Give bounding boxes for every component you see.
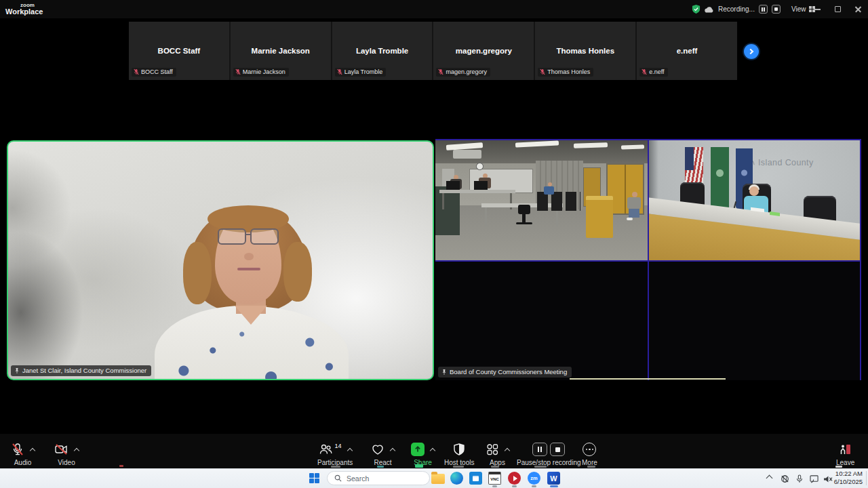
monitor [446,181,460,190]
pin-icon [441,369,447,375]
monitor [474,181,488,190]
video-menu-chevron[interactable] [74,447,79,453]
participant-tile[interactable]: magen.gregory magen.gregory [433,22,534,80]
chevron-right-icon [748,49,753,54]
muted-mic-icon [235,68,241,75]
network-globe-icon[interactable] [781,474,789,486]
word-app-icon[interactable]: W [547,472,560,485]
audio-button[interactable]: Audio [11,442,35,466]
host-tools-button[interactable]: Host tools [444,442,474,466]
microsoft-store-icon[interactable] [469,472,482,485]
island-county-wall-label: Island County [758,158,814,167]
react-button[interactable]: React [371,442,395,466]
close-button[interactable] [848,0,868,18]
start-button[interactable] [309,473,319,483]
more-ellipsis-icon [583,443,596,456]
tray-mic-icon[interactable] [795,474,804,486]
apps-icon [486,443,499,456]
wall-clock [476,163,484,170]
podium [586,196,613,238]
cutoff-artifact [453,466,464,468]
zoom-app-icon[interactable]: zm [528,472,540,485]
washington-flag [711,147,729,212]
video-tile-janet-st-clair[interactable]: Janet St Clair, Island County Commission… [7,140,434,380]
participant-tile[interactable]: Layla Tromble Layla Tromble [332,22,433,80]
pause-stop-recording-control[interactable]: Pause/stop recording [517,442,581,466]
cloud-recording-icon [705,6,714,13]
stop-recording-icon-button[interactable] [550,443,565,456]
participants-menu-chevron[interactable] [347,447,352,453]
video-tile-dark[interactable]: Board of County Commissioners Meeting [435,262,648,380]
pause-recording-icon-button[interactable] [532,443,547,456]
file-explorer-icon[interactable] [431,472,444,485]
audience-person-torso [544,186,554,195]
us-flag-canton [685,147,694,170]
participant-tile[interactable]: BOCC Staff BOCC Staff [129,22,229,80]
muted-camera-icon [54,443,68,456]
participant-label-text: magen.gregory [446,68,487,75]
edge-browser-icon[interactable] [450,472,463,485]
island-county-wall-text: Island County [748,158,814,167]
seated-person-legs [629,209,639,218]
audio-menu-chevron[interactable] [30,447,35,453]
cutoff-artifact [835,466,842,468]
running-app-indicator [532,485,536,487]
participant-tile[interactable]: e.neff e.neff [637,22,737,80]
participant-label-text: Marnie Jackson [243,68,285,75]
stop-recording-button[interactable] [772,5,781,14]
taskbar-search[interactable]: Search [327,471,430,485]
pause-recording-button[interactable] [759,5,768,14]
video-tile-meeting-room[interactable] [435,140,648,260]
video-label: Video [58,459,75,466]
media-app-icon[interactable] [508,472,521,485]
brand-workplace: Workplace [5,8,43,16]
heart-icon [371,443,384,456]
participant-label: e.neff [639,68,667,77]
speaker-nose-shadow [244,253,254,260]
cutoff-artifact [331,466,340,468]
cutoff-artifact [119,465,123,467]
cast-screen-icon[interactable] [810,474,819,486]
share-menu-chevron[interactable] [430,447,435,453]
more-button[interactable]: More [582,442,597,466]
search-placeholder-text: Search [347,474,369,483]
participant-label-text: Thomas Honles [547,68,590,75]
share-button[interactable]: Share [411,442,435,466]
video-grid: Island County Board of County Commission… [435,139,861,380]
tray-overflow-chevron[interactable] [767,476,772,481]
speaker-glasses-bridge [245,234,252,235]
speaker-muted-icon[interactable] [823,474,833,486]
participant-label: Thomas Honles [538,68,593,77]
leave-button[interactable]: Leave [836,442,854,466]
maximize-button[interactable] [827,0,848,18]
apps-menu-chevron[interactable] [505,447,510,453]
participant-label: magen.gregory [436,68,490,77]
muted-mic-icon [540,68,545,75]
show-desktop-divider[interactable] [866,471,867,485]
speaker-name-text: Janet St Clair, Island County Commission… [22,367,146,374]
participant-name: BOCC Staff [158,47,201,55]
taskbar-clock[interactable]: 10:22 AM 6/10/2025 [834,470,863,487]
muted-mic-icon [642,68,647,75]
vnc-app-icon[interactable]: VNC [488,472,501,485]
video-tile-dark[interactable] [649,262,860,380]
participant-label: Layla Tromble [335,68,387,77]
participant-tile[interactable]: Thomas Honles Thomas Honles [535,22,635,80]
cutoff-artifact [587,466,595,468]
video-button[interactable]: Video [54,442,79,466]
apps-button[interactable]: Apps [486,442,509,466]
cutoff-artifact [491,466,499,468]
react-menu-chevron[interactable] [390,447,395,453]
participant-label-text: Layla Tromble [344,68,383,75]
participants-button[interactable]: 14 Participants [317,442,353,466]
participant-tile[interactable]: Marnie Jackson Marnie Jackson [231,22,331,80]
meeting-name-text: Board of County Commissioners Meeting [450,368,567,375]
security-shield-icon[interactable] [692,5,701,14]
participant-name: e.neff [677,47,698,55]
audio-label: Audio [14,459,32,466]
video-tile-island-county-boardroom[interactable]: Island County [649,140,860,260]
participant-label-text: e.neff [649,68,664,75]
next-participants-button[interactable] [744,44,759,59]
cutoff-artifact [415,464,423,468]
minimize-button[interactable] [807,0,827,18]
